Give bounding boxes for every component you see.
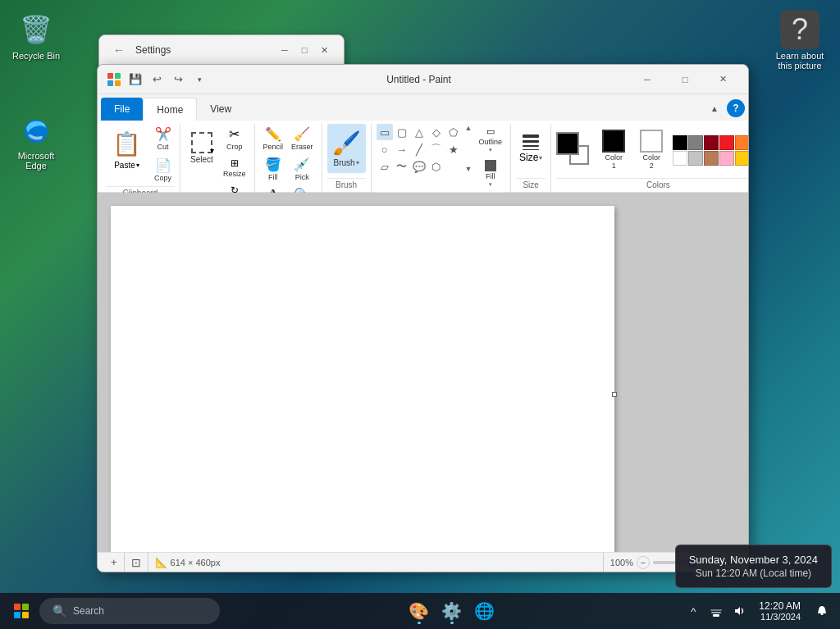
color-selectors — [556, 132, 592, 168]
ribbon-tabs: File Home View ▲ ? — [98, 94, 748, 121]
swatch-brown[interactable] — [704, 151, 719, 166]
swatch-red[interactable] — [719, 135, 734, 150]
zoom-minus-button[interactable]: − — [637, 556, 650, 569]
svg-rect-5 — [713, 614, 719, 617]
paint-active-indicator — [418, 622, 421, 624]
shape-callout-button[interactable]: 💬 — [411, 158, 427, 175]
eraser-button[interactable]: 🧹 Eraser — [288, 124, 317, 153]
notification-button[interactable] — [810, 599, 833, 622]
size-button[interactable]: Size ▾ — [516, 124, 546, 173]
swatch-gray[interactable] — [688, 135, 703, 150]
crop-button[interactable]: ✂ Crop — [220, 124, 249, 153]
paint-canvas[interactable] — [111, 206, 614, 552]
swatch-gold[interactable] — [735, 151, 749, 166]
shape-parallelogram-button[interactable]: ▱ — [377, 158, 393, 175]
outline-button[interactable]: ▭ Outline ▾ — [475, 124, 505, 156]
color-1-swatch[interactable] — [556, 132, 579, 155]
outline-icon: ▭ — [486, 126, 495, 137]
tab-home[interactable]: Home — [143, 98, 197, 121]
network-taskbar-icon: 🌐 — [474, 601, 495, 621]
shape-tri-button[interactable]: △ — [411, 124, 427, 140]
settings-maximize-button[interactable]: □ — [294, 40, 314, 60]
resize-handle-right[interactable] — [612, 392, 617, 397]
resize-canvas-icon[interactable]: ⊡ — [131, 556, 141, 569]
settings-minimize-button[interactable]: ─ — [275, 40, 294, 60]
swatch-orange[interactable] — [735, 135, 749, 150]
settings-back-button[interactable]: ← — [109, 40, 129, 60]
start-button[interactable] — [7, 596, 36, 626]
paste-button[interactable]: 📋 Paste▾ — [106, 124, 148, 173]
volume-tray-icon[interactable] — [729, 601, 749, 621]
ribbon-right-controls: ▲ ? — [705, 99, 745, 121]
paint-maximize-button[interactable]: □ — [666, 67, 704, 92]
customize-quick-access-button[interactable]: ▾ — [189, 70, 209, 89]
shapes-row-3: ▱ 〜 💬 ⬡ — [377, 158, 462, 175]
shape-round-button[interactable]: ▢ — [394, 124, 410, 140]
select-button[interactable]: ▾ Select — [185, 124, 218, 173]
shape-rect-button[interactable]: ▭ — [377, 124, 393, 140]
paste-icon: 📋 — [112, 130, 141, 157]
shape-diamond-button[interactable]: ◇ — [428, 124, 445, 140]
shapes-scroll-up[interactable]: ▲ — [465, 124, 472, 132]
help-button[interactable]: ? — [727, 99, 745, 117]
taskbar-app-settings[interactable]: ⚙️ — [437, 596, 467, 626]
taskbar-search[interactable]: 🔍 Search — [39, 598, 220, 624]
color1-label: Color1 — [605, 154, 623, 171]
pencil-button[interactable]: ✏️ Pencil — [260, 124, 287, 153]
color-picker-button[interactable]: 💉 Pick — [288, 154, 317, 184]
settings-close-button[interactable]: ✕ — [314, 40, 334, 60]
undo-button[interactable]: ↩ — [147, 70, 167, 89]
taskbar-clock[interactable]: 12:20 AM 11/3/2024 — [752, 600, 807, 622]
resize-button[interactable]: ⊞ Resize — [220, 155, 249, 180]
desktop-icon-edge[interactable]: Microsoft Edge — [3, 107, 69, 174]
system-tray-chevron[interactable]: ^ — [683, 601, 703, 621]
paint-minimize-button[interactable]: ─ — [628, 67, 666, 92]
shape-hex-button[interactable]: ⬡ — [428, 158, 445, 175]
desktop-icon-learn[interactable]: ? Learn about this picture — [763, 7, 837, 74]
taskbar-app-network[interactable]: 🌐 — [470, 596, 500, 626]
canvas-area[interactable] — [98, 193, 748, 552]
ribbon: 📋 Paste▾ ✂️ Cut 📄 Copy — [98, 121, 748, 193]
swatch-pink[interactable] — [719, 151, 734, 166]
pencil-icon: ✏️ — [265, 126, 281, 142]
quick-access-toolbar: 💾 ↩ ↪ ▾ — [104, 70, 209, 89]
shape-curve-button[interactable]: ⌒ — [428, 141, 445, 157]
shape-circle-button[interactable]: ○ — [377, 141, 393, 157]
shape-wave-button[interactable]: 〜 — [394, 158, 410, 175]
swatch-black[interactable] — [673, 135, 687, 150]
shape-pent-button[interactable]: ⬠ — [445, 124, 462, 140]
save-quick-button[interactable]: 💾 — [126, 70, 145, 89]
fill-shape-button[interactable]: Fill ▾ — [475, 157, 505, 190]
shape-line-button[interactable]: ╱ — [411, 141, 427, 157]
shapes-scroll-down[interactable]: ▼ — [465, 165, 472, 173]
add-canvas-icon[interactable]: + — [111, 556, 117, 568]
colors-row-2 — [673, 151, 749, 166]
cut-button[interactable]: ✂️ Cut — [151, 124, 175, 153]
swatch-ltgray[interactable] — [688, 151, 703, 166]
crop-icon: ✂ — [229, 126, 240, 142]
clock-date: 11/3/2024 — [760, 612, 801, 622]
shape-star-button[interactable]: ★ — [445, 141, 462, 157]
svg-rect-6 — [711, 612, 721, 613]
taskbar-apps: 🎨 ⚙️ 🌐 — [220, 596, 683, 626]
color1-button[interactable]: Color1 — [597, 128, 630, 172]
fill-button[interactable]: 🪣 Fill — [260, 154, 287, 184]
desktop-icon-recycle-bin[interactable]: 🗑️ Recycle Bin — [3, 7, 69, 64]
network-tray-icon[interactable] — [706, 601, 726, 621]
color2-button[interactable]: Color2 — [635, 128, 668, 172]
color1-preview — [602, 130, 625, 153]
taskbar-app-paint[interactable]: 🎨 — [404, 596, 434, 626]
paint-window: 💾 ↩ ↪ ▾ Untitled - Paint ─ □ ✕ File Home… — [97, 64, 749, 572]
ribbon-collapse-button[interactable]: ▲ — [705, 99, 724, 117]
swatch-white[interactable] — [673, 151, 687, 166]
shape-arrow-button[interactable]: → — [394, 141, 410, 157]
cut-label: Cut — [158, 143, 169, 151]
svg-rect-4 — [115, 80, 121, 86]
tab-file[interactable]: File — [101, 98, 143, 121]
brushes-button[interactable]: 🖌️ Brush ▾ — [327, 124, 366, 173]
tab-view[interactable]: View — [197, 98, 244, 121]
paint-close-button[interactable]: ✕ — [704, 67, 742, 92]
redo-button[interactable]: ↪ — [168, 70, 188, 89]
copy-button[interactable]: 📄 Copy — [151, 155, 175, 185]
swatch-darkred[interactable] — [704, 135, 719, 150]
